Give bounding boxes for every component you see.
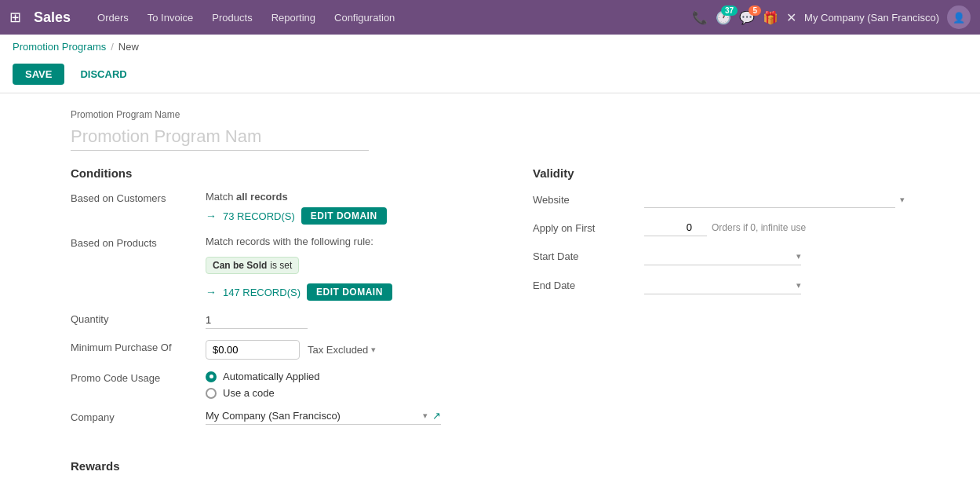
apply-on-first-input[interactable] xyxy=(644,219,707,236)
company-label: My Company (San Francisco) xyxy=(804,12,939,24)
website-value: ▾ xyxy=(644,191,909,208)
promo-code-label: Promo Code Usage xyxy=(71,371,196,384)
based-on-customers-row: Based on Customers Match all records → 7… xyxy=(71,191,486,225)
breadcrumb: Promotion Programs / New xyxy=(0,35,980,59)
products-filter-tag: Can be Sold is set xyxy=(206,252,486,279)
end-date-label: End Date xyxy=(533,280,635,291)
based-on-customers-value: Match all records → 73 RECORD(S) EDIT DO… xyxy=(206,191,486,225)
customers-record-link: → 73 RECORD(S) EDIT DOMAIN xyxy=(206,207,486,225)
radio-use-code[interactable]: Use a code xyxy=(206,387,486,399)
quantity-row: Quantity xyxy=(71,312,486,329)
start-date-value: ▾ xyxy=(644,247,909,265)
auto-applied-label: Automatically Applied xyxy=(223,371,320,382)
tax-dropdown-arrow-icon[interactable]: ▾ xyxy=(371,345,376,355)
content-divider xyxy=(0,93,980,93)
filter-op: is set xyxy=(270,260,292,271)
apply-on-first-hint: Orders if 0, infinite use xyxy=(712,222,806,233)
company-row: Company My Company (San Francisco) ▾ ↗ xyxy=(71,410,486,425)
program-name-input[interactable] xyxy=(71,123,369,151)
start-date-arrow-icon[interactable]: ▾ xyxy=(796,251,801,261)
action-bar: SAVE DISCARD xyxy=(0,59,980,93)
tax-excluded-label: Tax Excluded xyxy=(308,344,368,356)
promo-code-radio-group: Automatically Applied Use a code xyxy=(206,371,486,399)
products-edit-domain-button[interactable]: EDIT DOMAIN xyxy=(307,283,392,301)
min-purchase-label: Minimum Purchase Of xyxy=(71,340,196,353)
customers-match-prefix: Match xyxy=(206,191,233,203)
products-filter-badge: Can be Sold is set xyxy=(206,257,299,274)
nav-products[interactable]: Products xyxy=(204,7,260,28)
end-date-value: ▾ xyxy=(644,276,909,294)
validity-column: Validity Website ▾ Apply on First Orders… xyxy=(533,166,909,436)
nav-orders[interactable]: Orders xyxy=(89,7,137,28)
apply-on-first-value: Orders if 0, infinite use xyxy=(644,219,909,236)
min-purchase-input[interactable] xyxy=(206,340,300,360)
user-avatar[interactable]: 👤 xyxy=(947,5,971,29)
end-date-empty xyxy=(644,276,792,294)
gift-icon[interactable]: 🎁 xyxy=(763,10,778,25)
breadcrumb-current: New xyxy=(118,41,139,53)
conditions-column: Conditions Based on Customers Match all … xyxy=(71,166,486,436)
conditions-title: Conditions xyxy=(71,166,486,180)
customers-match-text: Match all records xyxy=(206,191,486,203)
end-date-arrow-icon[interactable]: ▾ xyxy=(796,280,801,291)
website-dropdown-arrow-icon[interactable]: ▾ xyxy=(900,195,905,205)
chat-icon[interactable]: 💬 5 xyxy=(739,10,755,25)
start-date-label: Start Date xyxy=(533,250,635,262)
validity-title: Validity xyxy=(533,166,909,180)
customers-match-bold: all records xyxy=(236,191,288,203)
apply-on-first-label: Apply on First xyxy=(533,222,635,234)
products-record-count[interactable]: 147 RECORD(S) xyxy=(223,287,301,298)
based-on-products-row: Based on Products Match records with the… xyxy=(71,236,486,301)
end-date-row: End Date ▾ xyxy=(533,276,909,294)
nav-reporting[interactable]: Reporting xyxy=(264,7,323,28)
company-dropdown-arrow-icon[interactable]: ▾ xyxy=(423,411,428,421)
min-purchase-value: Tax Excluded ▾ xyxy=(206,340,486,360)
quantity-value xyxy=(206,312,486,329)
company-select-text: My Company (San Francisco) xyxy=(206,410,418,422)
customers-record-count[interactable]: 73 RECORD(S) xyxy=(223,210,295,222)
topbar: ⊞ Sales Orders To Invoice Products Repor… xyxy=(0,0,980,35)
chat-badge: 5 xyxy=(749,5,761,16)
filter-field: Can be Sold xyxy=(213,260,267,271)
based-on-customers-label: Based on Customers xyxy=(71,191,196,204)
clock-icon[interactable]: 🕐 37 xyxy=(716,10,731,25)
start-date-row: Start Date ▾ xyxy=(533,247,909,265)
discard-button[interactable]: DISCARD xyxy=(71,64,136,85)
main-nav: Orders To Invoice Products Reporting Con… xyxy=(89,7,679,28)
company-value: My Company (San Francisco) ▾ ↗ xyxy=(206,410,486,425)
company-external-link-icon[interactable]: ↗ xyxy=(432,410,441,422)
phone-icon[interactable]: 📞 xyxy=(692,10,708,25)
radio-auto-applied-dot xyxy=(206,371,217,382)
radio-auto-applied[interactable]: Automatically Applied xyxy=(206,371,486,382)
radio-use-code-empty xyxy=(206,388,217,399)
breadcrumb-separator: / xyxy=(111,41,114,53)
apply-on-first-row: Apply on First Orders if 0, infinite use xyxy=(533,219,909,236)
use-code-label: Use a code xyxy=(223,387,275,399)
start-date-select-wrap: ▾ xyxy=(644,247,801,265)
website-input[interactable] xyxy=(644,191,895,208)
quantity-input[interactable] xyxy=(206,312,308,329)
save-button[interactable]: SAVE xyxy=(13,64,64,85)
min-purchase-row: Minimum Purchase Of Tax Excluded ▾ xyxy=(71,340,486,360)
start-date-empty xyxy=(644,247,792,265)
rewards-section: Rewards xyxy=(71,459,909,473)
breadcrumb-parent[interactable]: Promotion Programs xyxy=(13,41,106,53)
customers-arrow-icon: → xyxy=(206,210,217,222)
company-label: Company xyxy=(71,410,196,423)
end-date-select-wrap: ▾ xyxy=(644,276,801,294)
settings-icon[interactable]: ✕ xyxy=(786,10,796,25)
nav-configuration[interactable]: Configuration xyxy=(326,7,403,28)
grid-icon[interactable]: ⊞ xyxy=(9,9,21,26)
products-record-link: → 147 RECORD(S) EDIT DOMAIN xyxy=(206,283,486,301)
website-label: Website xyxy=(533,194,635,206)
customers-edit-domain-button[interactable]: EDIT DOMAIN xyxy=(301,207,387,225)
clock-badge: 37 xyxy=(721,5,738,16)
products-match-text: Match records with the following rule: xyxy=(206,236,486,247)
nav-to-invoice[interactable]: To Invoice xyxy=(140,7,202,28)
program-name-label: Promotion Program Name xyxy=(71,109,909,120)
website-row: Website ▾ xyxy=(533,191,909,208)
tax-select-wrap: Tax Excluded ▾ xyxy=(308,344,376,356)
products-arrow-icon: → xyxy=(206,286,217,298)
main-content: Promotion Program Name Conditions Based … xyxy=(0,101,980,486)
rewards-title: Rewards xyxy=(71,459,909,473)
